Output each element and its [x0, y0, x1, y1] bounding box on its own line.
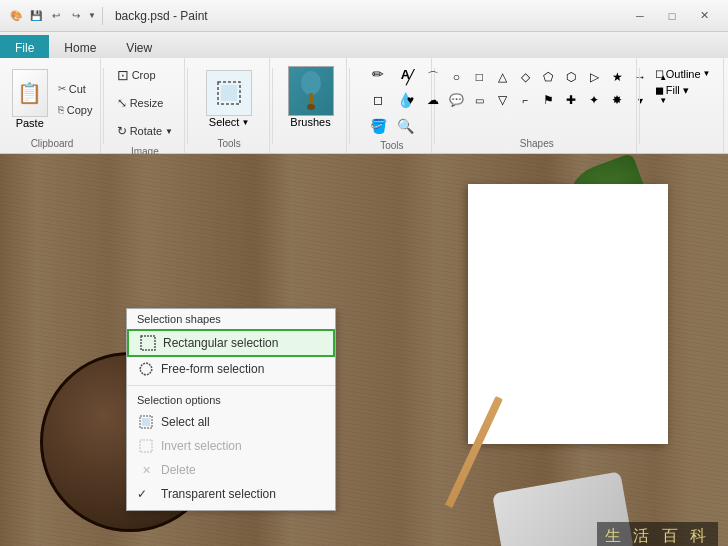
delete-item: ✕ Delete — [127, 458, 335, 482]
fill-button[interactable]: ◼ Fill ▾ — [651, 83, 715, 98]
outline-fill-group: ◻ Outline ▼ ◼ Fill ▾ — [642, 58, 724, 153]
tab-file[interactable]: File — [0, 35, 49, 59]
outline-arrow: ▼ — [703, 69, 711, 78]
section2-label: Selection options — [127, 390, 335, 410]
rectangular-selection-item[interactable]: Rectangular selection — [127, 329, 335, 357]
zoom-button[interactable]: 🔍 — [393, 114, 417, 138]
shape-hexa[interactable]: ⬡ — [560, 66, 582, 88]
tools-label: Tools — [217, 136, 240, 149]
invert-label: Invert selection — [161, 439, 242, 453]
rotate-arrow: ▼ — [165, 127, 173, 136]
delete-icon: ✕ — [137, 461, 155, 479]
title-bar: 🎨 💾 ↩ ↪ ▼ backg.psd - Paint ─ □ ✕ — [0, 0, 728, 32]
tools-label2: Tools — [380, 138, 403, 151]
invert-icon — [137, 437, 155, 455]
canvas-area[interactable]: 生 活 百 科 www.bimeiz.com Selection shapes … — [0, 154, 728, 546]
svg-rect-8 — [140, 440, 152, 452]
shape-curve[interactable]: ⌒ — [422, 66, 444, 88]
undo-icon[interactable]: ↩ — [48, 8, 64, 24]
shape-burst[interactable]: ✸ — [606, 89, 628, 111]
paste-label: Paste — [16, 117, 44, 129]
menu-divider — [127, 385, 335, 386]
shape-rect[interactable]: □ — [468, 66, 490, 88]
tools-group: Select ▼ Tools — [190, 58, 270, 153]
minimize-button[interactable]: ─ — [624, 5, 656, 27]
shape-line[interactable]: ╱ — [399, 66, 421, 88]
freeform-selection-item[interactable]: Free-form selection — [127, 357, 335, 381]
shape-round-rect[interactable]: ▭ — [468, 89, 490, 111]
clipboard-content: 📋 Paste ✂ Cut ⎘ Copy — [8, 62, 97, 136]
tab-view[interactable]: View — [111, 35, 167, 59]
shapes-group: ╱ ⌒ ○ □ △ ◇ ⬠ ⬡ ▷ ★ → ▲ ♥ ☁ 💬 ▭ ▽ ⌐ ⚑ — [437, 58, 637, 153]
outline-button[interactable]: ◻ Outline ▼ — [651, 66, 715, 81]
select-all-item[interactable]: Select all — [127, 410, 335, 434]
clipboard-buttons: ✂ Cut ⎘ Copy — [54, 79, 97, 120]
shape-l[interactable]: ⌐ — [514, 89, 536, 111]
cut-button[interactable]: ✂ Cut — [54, 79, 97, 99]
copy-button[interactable]: ⎘ Copy — [54, 100, 97, 120]
window-title: backg.psd - Paint — [115, 9, 208, 23]
fill-icon: ◼ — [655, 84, 664, 97]
transparent-label: Transparent selection — [161, 487, 276, 501]
shape-diamond[interactable]: ◇ — [514, 66, 536, 88]
invert-selection-item: Invert selection — [127, 434, 335, 458]
shape-cloud[interactable]: ☁ — [422, 89, 444, 111]
shape-flag[interactable]: ⚑ — [537, 89, 559, 111]
eraser-button[interactable]: ◻ — [366, 88, 390, 112]
crop-button[interactable]: ⊡ Crop — [111, 62, 162, 88]
watermark-line1: 生 活 百 科 — [605, 526, 710, 546]
dropdown-menu: Selection shapes Rectangular selection F… — [126, 308, 336, 511]
image-group: ⊡ Crop ⤡ Resize ↻ Rotate ▼ Image — [106, 58, 185, 153]
close-button[interactable]: ✕ — [688, 5, 720, 27]
rotate-label: Rotate — [130, 125, 162, 137]
shape-star5[interactable]: ★ — [606, 66, 628, 88]
shape-cross[interactable]: ✚ — [560, 89, 582, 111]
shape-penta[interactable]: ⬠ — [537, 66, 559, 88]
shape-tri[interactable]: △ — [491, 66, 513, 88]
select-all-icon — [137, 413, 155, 431]
resize-button[interactable]: ⤡ Resize — [111, 90, 170, 116]
fill-button[interactable]: 🪣 — [366, 114, 390, 138]
select-button[interactable]: Select ▼ — [206, 70, 252, 128]
outline-label: Outline — [666, 68, 701, 80]
shapes-grid: ╱ ⌒ ○ □ △ ◇ ⬠ ⬡ ▷ ★ → ▲ ♥ ☁ 💬 ▭ ▽ ⌐ ⚑ — [395, 62, 678, 115]
save-icon[interactable]: 💾 — [28, 8, 44, 24]
shape-tri2[interactable]: ▽ — [491, 89, 513, 111]
paste-icon: 📋 — [12, 69, 48, 117]
outline-icon: ◻ — [655, 67, 664, 80]
freeform-label: Free-form selection — [161, 362, 264, 376]
shape-callout[interactable]: 💬 — [445, 89, 467, 111]
select-icon — [206, 70, 252, 116]
redo-icon[interactable]: ↪ — [68, 8, 84, 24]
svg-point-2 — [301, 71, 321, 95]
svg-rect-5 — [141, 336, 155, 350]
divider — [102, 7, 103, 25]
shape-right[interactable]: ▷ — [583, 66, 605, 88]
shape-oval[interactable]: ○ — [445, 66, 467, 88]
window-controls: ─ □ ✕ — [624, 5, 720, 27]
outline-fill-content: ◻ Outline ▼ ◼ Fill ▾ — [647, 62, 719, 102]
quick-access-arrow[interactable]: ▼ — [88, 11, 96, 20]
svg-rect-7 — [142, 418, 150, 426]
shape-heart[interactable]: ♥ — [399, 89, 421, 111]
ribbon: 📋 Paste ✂ Cut ⎘ Copy Clipboard ⊡ Crop — [0, 58, 728, 154]
sep2 — [187, 68, 188, 144]
brushes-button[interactable]: Brushes — [280, 62, 342, 132]
drawing-tools: ✏ ◻ 🪣 — [366, 62, 390, 138]
shape-star4[interactable]: ✦ — [583, 89, 605, 111]
maximize-button[interactable]: □ — [656, 5, 688, 27]
pencil-button[interactable]: ✏ — [366, 62, 390, 86]
transparent-selection-item[interactable]: ✓ Transparent selection — [127, 482, 335, 506]
sep3 — [272, 68, 273, 144]
watermark: 生 活 百 科 www.bimeiz.com — [597, 522, 718, 546]
rotate-button[interactable]: ↻ Rotate ▼ — [111, 118, 179, 144]
shapes-label: Shapes — [520, 136, 554, 149]
crop-icon: ⊡ — [117, 67, 129, 83]
copy-label: Copy — [67, 104, 93, 116]
delete-label: Delete — [161, 463, 196, 477]
canvas-background: 生 活 百 科 www.bimeiz.com — [0, 154, 728, 546]
sep1 — [103, 68, 104, 144]
paste-button[interactable]: 📋 Paste — [8, 65, 52, 133]
tab-home[interactable]: Home — [49, 35, 111, 59]
sep4 — [349, 68, 350, 144]
